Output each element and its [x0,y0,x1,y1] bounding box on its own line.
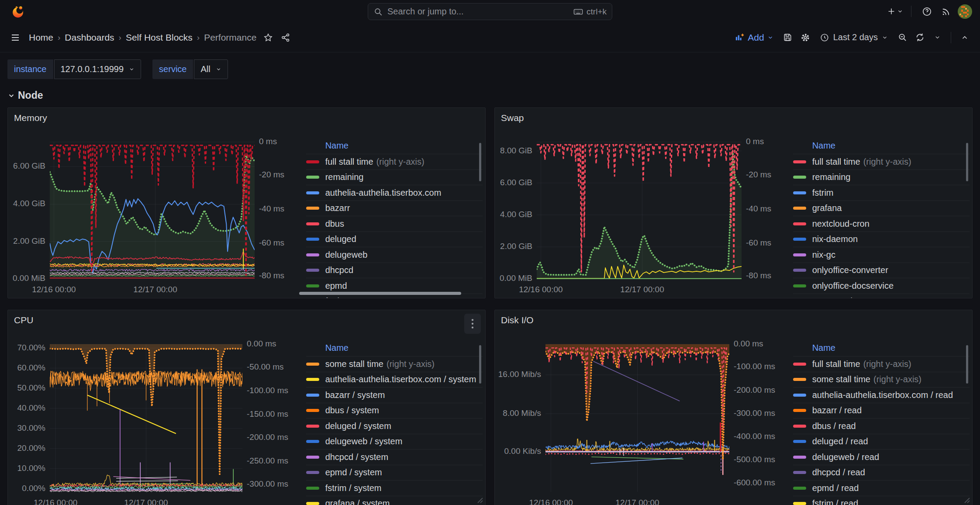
svg-text:12/16 00:00: 12/16 00:00 [34,498,77,505]
panel-cpu-header[interactable]: CPU [8,310,485,329]
refresh-interval-dropdown[interactable] [930,30,945,45]
news-rss-button[interactable] [939,4,953,19]
legend-row-deluged-read[interactable]: deluged / read [793,434,970,450]
memory-chart[interactable]: 6.00 GiB4.00 GiB2.00 GiB0.00 MiB0 ms-20 … [10,127,298,298]
panel-swap-header[interactable]: Swap [495,108,972,127]
legend-row-bazarr-read[interactable]: bazarr / read [793,403,970,419]
variable-instance-label[interactable]: instance [7,59,53,79]
panel-disk-io-header[interactable]: Disk I/O [495,310,972,329]
refresh-dashboard-button[interactable] [912,30,927,45]
row-node-header[interactable]: Node [7,90,973,101]
series-label: some stall time [812,374,870,384]
series-label: bazarr / read [812,405,862,415]
legend-row-dbus-read[interactable]: dbus / read [793,419,970,434]
breadcrumb: Home › Dashboards › Self Host Blocks › P… [29,32,256,43]
time-range-picker[interactable]: Last 2 days [815,30,892,45]
legend-row-some-stall-time[interactable]: some stall time(right y-axis) [793,372,970,388]
menu-hamburger-icon[interactable] [8,30,23,45]
legend-row-dbus-system[interactable]: dbus / system [306,403,483,419]
legend-row-nix-gc[interactable]: nix-gc [793,247,970,263]
search-input[interactable] [387,7,569,17]
legend-scrollbar-thumb[interactable] [966,345,968,384]
help-button[interactable] [919,4,934,19]
legend-scrollbar-thumb[interactable] [479,345,481,384]
legend-row-remaining[interactable]: remaining [793,170,970,186]
legend-row-fstrim-read[interactable]: fstrim / read [793,496,970,505]
legend-row-deluged-system[interactable]: deluged / system [306,419,483,434]
legend-row-fstrim[interactable]: fstrim [793,185,970,201]
legend-scrollbar-thumb[interactable] [966,143,968,181]
legend-row-remaining[interactable]: remaining [306,170,483,186]
legend-row-some-stall-time[interactable]: some stall time(right y-axis) [306,356,483,372]
grafana-logo-icon[interactable] [10,3,26,20]
swap-chart[interactable]: 8.00 GiB6.00 GiB4.00 GiB2.00 GiB0.00 MiB… [497,127,785,298]
panel-resize-handle[interactable] [964,497,970,505]
legend-row-dhcpcd-system[interactable]: dhcpcd / system [306,450,483,465]
panel-disk-io: Disk I/O 16.00 Mib/s8.00 Mib/s0.00 Kib/s… [494,310,973,505]
variable-service-label[interactable]: service [152,59,193,79]
legend-row-bazarr[interactable]: bazarr [306,201,483,217]
legend-row-full-stall-time[interactable]: full stall time(right y-axis) [306,154,483,170]
svg-text:70.00%: 70.00% [17,343,46,352]
panel-menu-button[interactable] [464,314,481,334]
cpu-chart[interactable]: 70.00%60.00%50.00%40.00%30.00%20.00%10.0… [10,329,298,505]
legend-row-dhcpcd-read[interactable]: dhcpcd / read [793,465,970,481]
variable-service-value[interactable]: All [194,59,228,79]
global-search-box[interactable]: ctrl+k [368,3,612,20]
share-button[interactable] [278,30,293,45]
svg-text:12/17 00:00: 12/17 00:00 [615,498,659,505]
legend-row-delugeweb[interactable]: delugeweb [306,247,483,263]
legend-row-onlyoffice-docservice[interactable]: onlyoffice-docservice [793,278,970,294]
legend-row-authelia-authelia-tiserbox-com-system[interactable]: authelia-authelia.tiserbox.com / system [306,372,483,388]
legend-row-onlyoffice-converter[interactable]: onlyoffice-converter [793,263,970,279]
collapse-toolbar-button[interactable] [957,30,972,45]
zoom-out-time-button[interactable] [895,30,910,45]
series-color-marker [306,425,319,428]
breadcrumb-home[interactable]: Home [29,32,53,43]
legend-row-full-stall-time[interactable]: full stall time(right y-axis) [793,356,970,372]
series-label: grafana / system [325,498,390,505]
series-label: dhcpcd [325,265,354,275]
user-avatar[interactable] [958,4,972,19]
variable-instance-value[interactable]: 127.0.0.1:19999 [54,59,141,79]
breadcrumb-folder[interactable]: Self Host Blocks [126,32,193,43]
save-dashboard-button[interactable] [780,30,795,45]
variable-service: service All [152,59,228,79]
legend-row-deluged[interactable]: deluged [306,232,483,248]
legend-row-dbus[interactable]: dbus [306,216,483,232]
series-label: deluged [325,234,356,244]
panel-resize-handle[interactable] [477,497,483,505]
series-label: epmd / system [325,467,382,477]
dashboard-settings-button[interactable] [798,30,813,45]
favorite-star-button[interactable] [261,30,276,45]
variable-instance: instance 127.0.0.1:19999 [7,59,141,79]
breadcrumb-dashboards[interactable]: Dashboards [65,32,114,43]
legend-row-delugeweb-read[interactable]: delugeweb / read [793,450,970,465]
legend-row-epmd-system[interactable]: epmd / system [306,465,483,481]
legend-row-grafana-system[interactable]: grafana / system [306,496,483,505]
legend-row-authelia-authelia-tiserbox-com[interactable]: authelia-authelia.tiserbox.com [306,185,483,201]
panel-memory-header[interactable]: Memory [8,108,485,127]
legend-row-fstrim-system[interactable]: fstrim / system [306,481,483,496]
legend-row-nix-daemon[interactable]: nix-daemon [793,232,970,248]
series-label: grafana [812,203,842,213]
legend-horizontal-scrollbar[interactable] [299,292,462,295]
disk-io-chart[interactable]: 16.00 Mib/s8.00 Mib/s0.00 Kib/s0.00 ms-1… [497,329,785,505]
add-panel-button[interactable]: Add [730,30,777,45]
legend-row-nextcloud-cron[interactable]: nextcloud-cron [793,216,970,232]
legend-row-authelia-authelia-tiserbox-com-read[interactable]: authelia-authelia.tiserbox.com / read [793,387,970,403]
new-menu-button[interactable] [887,4,903,19]
legend-row-postgresql[interactable]: postgresql [793,294,970,298]
series-color-marker [306,378,319,381]
series-color-marker [793,487,806,490]
legend-row-epmd-read[interactable]: epmd / read [793,481,970,496]
legend-row-delugeweb-system[interactable]: delugeweb / system [306,434,483,450]
dashboard-canvas: instance 127.0.0.1:19999 service All Nod… [0,52,980,505]
legend-scrollbar-thumb[interactable] [479,143,481,181]
legend-header: Name [306,340,483,356]
legend-row-full-stall-time[interactable]: full stall time(right y-axis) [793,154,970,170]
legend-row-grafana[interactable]: grafana [793,201,970,217]
breadcrumb-separator: › [58,33,60,42]
legend-row-dhcpcd[interactable]: dhcpcd [306,263,483,279]
legend-row-bazarr-system[interactable]: bazarr / system [306,387,483,403]
